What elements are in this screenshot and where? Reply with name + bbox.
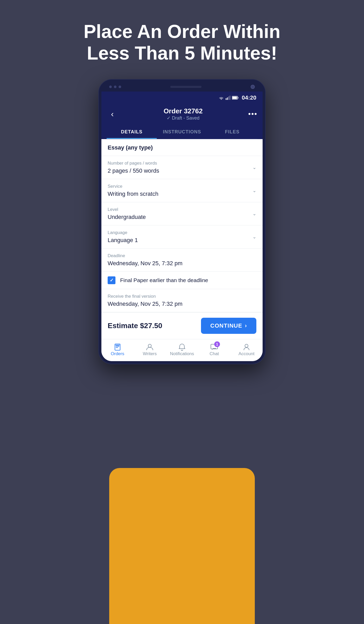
- nav-orders[interactable]: Orders: [101, 339, 134, 361]
- early-paper-checkbox[interactable]: ✓: [108, 276, 115, 284]
- svg-rect-5: [238, 97, 238, 99]
- estimate-bar: Estimate $27.50 CONTINUE ›: [101, 312, 263, 339]
- checkbox-checkmark: ✓: [110, 277, 114, 283]
- chat-nav-label: Chat: [210, 351, 219, 356]
- order-info: Order 32762 ✓ Draft - Saved: [164, 107, 203, 121]
- order-title: Order 32762: [164, 107, 203, 115]
- pages-words-label: Number of pages / words: [108, 161, 256, 166]
- svg-rect-10: [116, 347, 118, 348]
- phone-device: 04:20 ‹ Order 32762 ✓ Draft - Saved ••• …: [99, 80, 265, 364]
- speaker-bar: [170, 86, 202, 88]
- form-content: Essay (any type) Number of pages / words…: [101, 139, 263, 361]
- essay-type-value: Essay (any type): [108, 144, 256, 151]
- camera-area: [101, 82, 263, 92]
- tab-files[interactable]: FILES: [207, 125, 257, 139]
- sensor-dot-2: [114, 86, 116, 88]
- status-icons: 04:20: [218, 94, 256, 101]
- svg-rect-1: [227, 98, 228, 100]
- writers-icon: [146, 343, 154, 351]
- essay-type-row[interactable]: Essay (any type): [101, 139, 263, 156]
- svg-rect-3: [230, 96, 230, 100]
- language-chevron: ⌄: [252, 234, 256, 240]
- tab-details[interactable]: DETAILS: [107, 125, 157, 139]
- bottom-navigation: Orders Writers Notifications: [101, 339, 263, 361]
- svg-rect-6: [232, 96, 237, 99]
- service-label: Service: [108, 184, 256, 189]
- more-options-button[interactable]: •••: [248, 110, 257, 118]
- tabs-bar: DETAILS INSTRUCTIONS FILES: [107, 125, 257, 139]
- writers-nav-label: Writers: [143, 351, 157, 356]
- deadline-label: Deadline: [108, 253, 256, 258]
- sensor-dot: [109, 86, 112, 88]
- deadline-value: Wednesday, Nov 25, 7:32 pm: [108, 260, 256, 267]
- status-time: 04:20: [242, 94, 256, 101]
- nav-writers[interactable]: Writers: [134, 339, 166, 361]
- deadline-row: Deadline Wednesday, Nov 25, 7:32 pm: [101, 249, 263, 272]
- svg-rect-0: [226, 98, 226, 100]
- order-status: ✓ Draft - Saved: [164, 115, 203, 121]
- early-paper-row[interactable]: ✓ Final Paper earlier than the deadline: [101, 272, 263, 289]
- page-headline: Place An Order Within Less Than 5 Minute…: [65, 21, 299, 64]
- continue-label: CONTINUE: [210, 322, 242, 329]
- back-button[interactable]: ‹: [107, 109, 118, 119]
- orders-nav-label: Orders: [111, 351, 124, 356]
- continue-button[interactable]: CONTINUE ›: [201, 318, 256, 334]
- phone-wrapper: 04:20 ‹ Order 32762 ✓ Draft - Saved ••• …: [96, 80, 268, 624]
- account-nav-label: Account: [238, 351, 254, 356]
- svg-point-12: [148, 344, 151, 347]
- pages-words-value: 2 pages / 550 words: [108, 167, 256, 174]
- sensor-group: [109, 86, 121, 88]
- nav-account[interactable]: Account: [230, 339, 263, 361]
- pages-words-row[interactable]: Number of pages / words 2 pages / 550 wo…: [101, 156, 263, 179]
- receive-final-row: Receive the final version Wednesday, Nov…: [101, 289, 263, 312]
- svg-rect-11: [115, 344, 120, 346]
- app-header: ‹ Order 32762 ✓ Draft - Saved ••• DETAIL…: [101, 104, 263, 139]
- wifi-icon: [218, 96, 224, 100]
- early-paper-label: Final Paper earlier than the deadline: [120, 277, 208, 283]
- service-chevron: ⌄: [252, 188, 256, 193]
- front-camera: [251, 85, 255, 89]
- language-value: Language 1: [108, 237, 256, 244]
- status-bar: 04:20: [101, 92, 263, 104]
- level-value: Undergraduate: [108, 214, 256, 220]
- estimate-price: Estimate $27.50: [108, 322, 162, 330]
- pages-words-chevron: ⌄: [252, 165, 256, 170]
- svg-rect-2: [228, 96, 229, 100]
- svg-point-14: [245, 344, 248, 347]
- nav-notifications[interactable]: Notifications: [166, 339, 198, 361]
- receive-final-label: Receive the final version: [108, 294, 256, 299]
- receive-final-value: Wednesday, Nov 25, 7:32 pm: [108, 301, 256, 307]
- notifications-nav-label: Notifications: [170, 351, 194, 356]
- sensor-dot-3: [119, 86, 121, 88]
- account-icon: [242, 343, 251, 351]
- service-row[interactable]: Service Writing from scratch ⌄: [101, 179, 263, 202]
- svg-rect-9: [116, 346, 119, 347]
- header-top: ‹ Order 32762 ✓ Draft - Saved •••: [107, 107, 257, 121]
- notifications-icon: [178, 343, 186, 351]
- orange-background: [109, 468, 255, 624]
- service-value: Writing from scratch: [108, 191, 256, 197]
- tab-instructions[interactable]: INSTRUCTIONS: [157, 125, 207, 139]
- level-row[interactable]: Level Undergraduate ⌄: [101, 202, 263, 225]
- chat-badge: 1: [214, 341, 220, 347]
- signal-icon: [226, 96, 230, 100]
- level-label: Level: [108, 207, 256, 212]
- nav-chat[interactable]: 1 Chat: [198, 339, 230, 361]
- orders-icon: [113, 343, 122, 351]
- continue-arrow-icon: ›: [245, 322, 247, 329]
- level-chevron: ⌄: [252, 211, 256, 217]
- language-label: Language: [108, 230, 256, 235]
- battery-icon: [232, 96, 239, 100]
- language-row[interactable]: Language Language 1 ⌄: [101, 225, 263, 249]
